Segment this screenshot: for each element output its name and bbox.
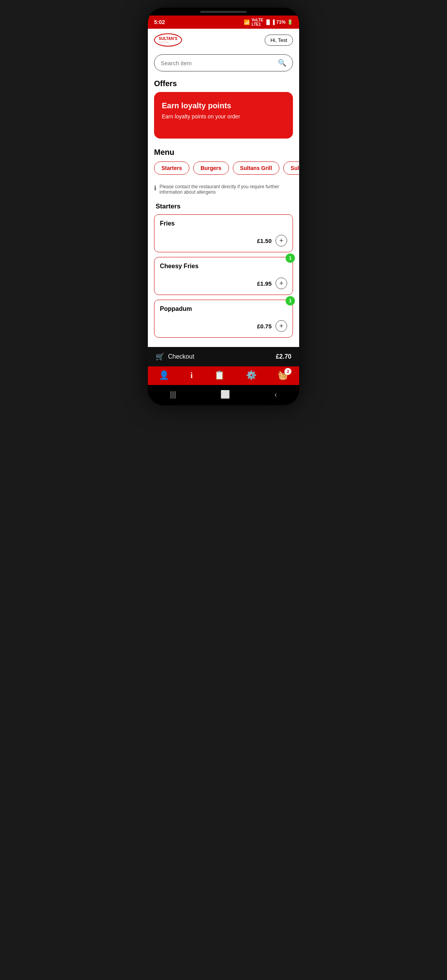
logo: SULTAN'S ~~~~~ (154, 33, 182, 47)
allergen-notice: ℹ Please contact the restaurant directly… (148, 181, 299, 201)
offers-section-title: Offers (148, 78, 299, 92)
offers-card[interactable]: Earn loyalty points Earn loyalty points … (154, 92, 293, 139)
checkout-left: 🛒 Checkout (156, 352, 194, 361)
nav-cart[interactable]: 2 🧺 (278, 370, 288, 380)
status-right: 📶 VoLTELTE1 ▐▌▐ 71% 🔋 (244, 18, 293, 26)
header: SULTAN'S ~~~~~ Hi, Test (148, 29, 299, 51)
battery-icon: 🔋 (287, 19, 293, 25)
tab-sultans-grill[interactable]: Sultans Grill (233, 161, 279, 175)
nav-menu-list[interactable]: 📋 (214, 370, 225, 380)
fries-name: Fries (160, 220, 287, 227)
android-menu-icon[interactable]: ||| (170, 390, 176, 399)
lte-icon: VoLTELTE1 (251, 18, 263, 26)
poppadum-price: £0.75 (257, 323, 272, 330)
info-icon: ℹ (154, 184, 156, 192)
wifi-icon: 📶 (244, 19, 250, 25)
android-back-icon[interactable]: ‹ (274, 390, 277, 399)
cheesy-fries-add-button[interactable]: + (275, 278, 287, 289)
poppadum-price-row: £0.75 + (160, 320, 287, 332)
bottom-nav: 👤 i 📋 ⚙️ 2 🧺 (148, 366, 299, 385)
starters-title: Starters (148, 201, 299, 214)
fries-price: £1.50 (257, 238, 272, 244)
checkout-label: Checkout (168, 353, 194, 360)
logo-text: SULTAN'S (159, 36, 177, 41)
status-bar: 5:02 📶 VoLTELTE1 ▐▌▐ 71% 🔋 (148, 16, 299, 29)
tab-burgers[interactable]: Burgers (193, 161, 229, 175)
settings-icon: ⚙️ (246, 370, 256, 380)
poppadum-badge: 1 (286, 296, 295, 305)
search-icon: 🔍 (278, 59, 286, 67)
info-nav-icon: i (191, 371, 193, 380)
android-home-icon[interactable]: ⬜ (220, 390, 230, 399)
checkout-amount: £2.70 (276, 353, 291, 360)
offers-card-subtitle: Earn loyalty points on your order (162, 113, 285, 120)
nav-profile[interactable]: 👤 (159, 370, 169, 380)
tab-sult[interactable]: Sult (283, 161, 299, 175)
offers-card-title: Earn loyalty points (162, 101, 285, 110)
menu-list-icon: 📋 (214, 370, 225, 380)
phone-frame: 5:02 📶 VoLTELTE1 ▐▌▐ 71% 🔋 SULTAN'S ~~~~… (148, 8, 299, 405)
menu-item-cheesy-fries[interactable]: 1 Cheesy Fries £1.95 + (154, 257, 293, 295)
allergen-text: Please contact the restaurant directly i… (159, 184, 293, 195)
nav-settings[interactable]: ⚙️ (246, 370, 256, 380)
android-nav: ||| ⬜ ‹ (148, 385, 299, 405)
battery-level: 71% (276, 19, 286, 25)
fries-price-row: £1.50 + (160, 235, 287, 246)
signal-icon: ▐▌▐ (265, 19, 275, 25)
notch-bar (200, 11, 247, 13)
checkout-basket-icon: 🛒 (156, 352, 164, 361)
menu-item-fries[interactable]: Fries £1.50 + (154, 214, 293, 252)
tab-starters[interactable]: Starters (154, 161, 189, 175)
poppadum-name: Poppadum (160, 305, 287, 312)
nav-info[interactable]: i (191, 371, 193, 380)
search-input[interactable] (161, 60, 278, 66)
checkout-bar[interactable]: 🛒 Checkout £2.70 (148, 347, 299, 366)
fries-add-button[interactable]: + (275, 235, 287, 246)
status-time: 5:02 (154, 19, 165, 25)
search-bar[interactable]: 🔍 (154, 54, 293, 71)
app-content: SULTAN'S ~~~~~ Hi, Test 🔍 Offers Earn lo… (148, 29, 299, 347)
logo-sub: ~~~~~ (159, 41, 177, 43)
cart-badge: 2 (284, 368, 291, 375)
category-tabs: Starters Burgers Sultans Grill Sult (148, 161, 299, 181)
cheesy-fries-name: Cheesy Fries (160, 263, 287, 270)
cheesy-fries-price: £1.95 (257, 280, 272, 287)
menu-item-poppadum[interactable]: 1 Poppadum £0.75 + (154, 300, 293, 338)
menu-section-title: Menu (148, 146, 299, 161)
greeting-button[interactable]: Hi, Test (265, 35, 293, 46)
profile-icon: 👤 (159, 370, 169, 380)
poppadum-add-button[interactable]: + (275, 320, 287, 332)
cheesy-fries-badge: 1 (286, 253, 295, 263)
top-notch (148, 8, 299, 16)
cheesy-fries-price-row: £1.95 + (160, 278, 287, 289)
